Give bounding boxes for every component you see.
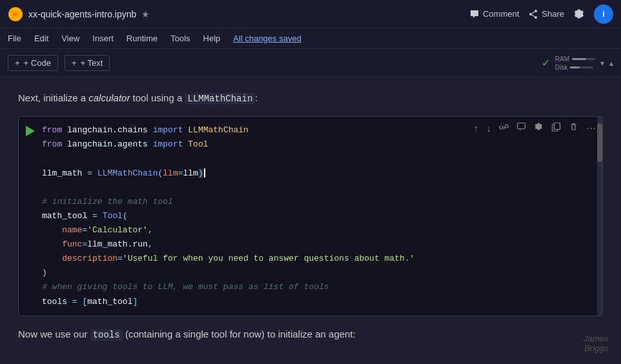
link-button[interactable] xyxy=(498,121,510,135)
move-down-button[interactable]: ↓ xyxy=(485,121,493,135)
gear-icon xyxy=(573,8,585,20)
svg-rect-6 xyxy=(518,123,525,129)
content-area: Next, initialize a calculator tool using… xyxy=(0,77,621,352)
more-actions-button[interactable]: ⋯ xyxy=(585,121,597,135)
comment-cell-button[interactable] xyxy=(515,121,527,135)
comment-cell-icon xyxy=(516,122,526,132)
bottom-prose-text: Now we use our xyxy=(18,329,90,339)
top-bar-left: xx-quick-agents-intro.ipynb ★ xyxy=(8,6,463,22)
svg-point-2 xyxy=(529,13,532,15)
add-code-button[interactable]: + + Code xyxy=(8,55,58,71)
delete-cell-button[interactable] xyxy=(567,121,580,135)
share-button[interactable]: Share xyxy=(528,9,564,19)
prose-middle: tool using a xyxy=(130,92,185,103)
menu-bar: File Edit View Insert Runtime Tools Help… xyxy=(0,28,621,49)
top-bar: xx-quick-agents-intro.ipynb ★ Comment Sh… xyxy=(0,0,621,28)
menu-insert[interactable]: Insert xyxy=(92,34,114,43)
run-cell-button[interactable] xyxy=(19,117,42,140)
menu-tools[interactable]: Tools xyxy=(170,34,190,43)
cell-settings-button[interactable] xyxy=(533,121,545,135)
toolbar-right: ✓ RAM Disk ▾ ▴ xyxy=(542,56,613,71)
cell-toolbar: ↑ ↓ ⋯ xyxy=(473,121,597,135)
all-changes-saved: All changes saved xyxy=(233,34,301,43)
scrollbar[interactable] xyxy=(597,117,602,315)
copy-cell-button[interactable] xyxy=(550,121,562,135)
cell-gear-icon xyxy=(534,122,544,132)
code-editor[interactable]: from langchain.chains import LLMMathChai… xyxy=(42,117,602,315)
menu-runtime[interactable]: Runtime xyxy=(127,34,158,43)
ram-disk-dropdown-icon[interactable]: ▾ xyxy=(600,59,604,68)
toolbar: + + Code + + Text ✓ RAM Disk ▾ ▴ xyxy=(0,49,621,77)
copy-icon xyxy=(551,122,561,132)
ram-bar xyxy=(572,58,595,60)
toolbar-left: + + Code + + Text xyxy=(8,55,535,71)
bottom-prose-after: (containing a single tool for now) to in… xyxy=(123,329,356,339)
disk-bar xyxy=(570,66,593,68)
cell-body: from langchain.chains import LLMMathChai… xyxy=(19,117,602,315)
menu-help[interactable]: Help xyxy=(203,34,221,43)
check-icon: ✓ xyxy=(542,57,550,69)
code-cell: ↑ ↓ ⋯ from langcha xyxy=(18,116,603,316)
notebook-title: xx-quick-agents-intro.ipynb xyxy=(28,9,136,19)
bottom-prose: Now we use our tools (containing a singl… xyxy=(18,327,603,342)
run-triangle-icon xyxy=(26,126,35,136)
svg-point-1 xyxy=(534,10,537,12)
scroll-thumb xyxy=(597,123,602,162)
trash-icon xyxy=(569,122,578,132)
comment-button[interactable]: Comment xyxy=(469,9,519,19)
move-up-button[interactable]: ↑ xyxy=(473,121,480,135)
svg-rect-9 xyxy=(555,123,560,130)
collapse-toolbar-icon[interactable]: ▴ xyxy=(609,59,613,68)
prose-text: Next, initialize a calculator tool using… xyxy=(18,90,603,106)
top-bar-right: Comment Share i xyxy=(469,5,613,24)
colab-logo-icon xyxy=(8,6,23,22)
avatar[interactable]: i xyxy=(594,5,613,24)
add-text-button[interactable]: + + Text xyxy=(65,55,110,71)
svg-line-5 xyxy=(532,15,534,17)
link-icon xyxy=(499,122,509,132)
prose-italic: calculator xyxy=(88,92,130,103)
menu-file[interactable]: File xyxy=(8,34,21,43)
plus-text-icon: + xyxy=(72,58,77,68)
menu-view[interactable]: View xyxy=(61,34,79,43)
prose-after: : xyxy=(255,92,258,103)
menu-edit[interactable]: Edit xyxy=(34,34,48,43)
prose-code: LLMMathChain xyxy=(185,93,255,105)
comment-icon xyxy=(469,9,480,19)
star-icon[interactable]: ★ xyxy=(141,9,150,19)
plus-code-icon: + xyxy=(15,58,20,68)
svg-point-3 xyxy=(534,16,537,19)
ram-disk-indicator: RAM Disk xyxy=(555,56,595,71)
settings-button[interactable] xyxy=(573,8,585,20)
bottom-prose-code: tools xyxy=(90,329,123,341)
svg-line-4 xyxy=(532,12,534,14)
share-icon xyxy=(528,9,538,19)
prose-before: Next, initialize a xyxy=(18,92,88,103)
